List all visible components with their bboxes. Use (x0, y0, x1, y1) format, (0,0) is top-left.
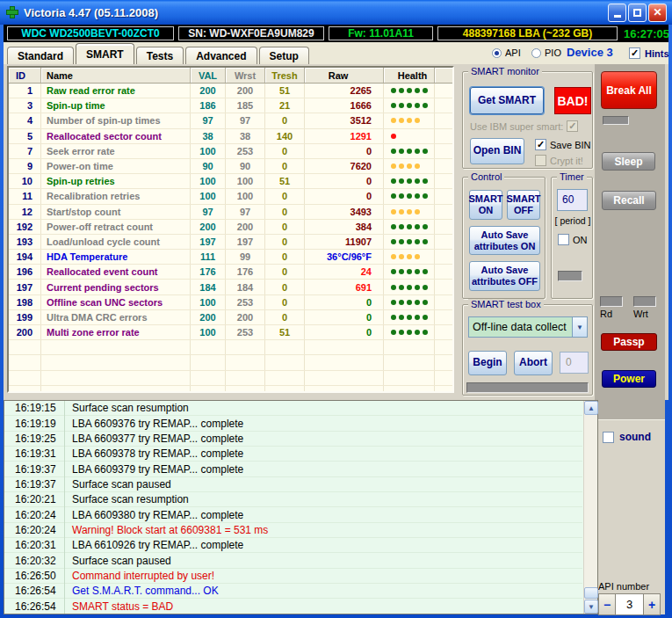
device-label: Device 3 (567, 46, 613, 59)
log-rows: 16:19:15Surface scan resumption16:19:19L… (4, 401, 582, 614)
health-dot (407, 118, 412, 123)
table-row[interactable]: 197Current pending sectors1841840691 (9, 280, 452, 294)
timer-led (558, 271, 582, 281)
empty-cell (41, 340, 191, 354)
attr-val: 186 (191, 98, 226, 113)
sidebar: Break All Sleep Recall Rd Wrt Passp Powe… (595, 64, 665, 614)
hints-option[interactable]: ✓ Hints (629, 47, 669, 59)
api-number-increment-button[interactable]: + (643, 593, 661, 615)
attr-wrst: 176 (226, 265, 265, 279)
test-select[interactable]: Off-line data collect ▼ (468, 316, 588, 338)
health-dot (407, 88, 412, 93)
pio-radio[interactable] (531, 48, 541, 58)
smart-monitor-group: SMART monitor Get SMART BAD! Use IBM sup… (462, 71, 593, 169)
scroll-up-icon[interactable]: ▲ (584, 401, 598, 415)
power-button[interactable]: Power (602, 370, 656, 388)
hints-checkbox[interactable]: ✓ (629, 47, 640, 59)
log-scrollbar[interactable]: ▲ ▼ (583, 401, 597, 614)
empty-cell (265, 386, 305, 391)
table-row[interactable]: 7Seek error rate10025300 (9, 144, 452, 159)
table-row[interactable]: 198Offline scan UNC sectors10025300 (9, 295, 452, 310)
health-dot (407, 164, 412, 169)
log-entry-time: 16:26:50 (4, 570, 64, 582)
health-dot (423, 193, 428, 199)
table-row[interactable]: 11Recalibration retries10010000 (9, 189, 452, 204)
api-mode-option[interactable]: API (492, 47, 521, 58)
table-row[interactable]: 192Power-off retract count2002000384 (9, 220, 452, 235)
recall-button[interactable]: Recall (602, 191, 656, 210)
timer-period-input[interactable]: 60 (557, 189, 588, 211)
timer-on-option[interactable]: ON (558, 234, 588, 245)
attr-health (384, 220, 435, 234)
tab-tests[interactable]: Tests (136, 47, 184, 64)
column-header-spare (435, 68, 452, 83)
tab-advanced[interactable]: Advanced (185, 47, 257, 64)
table-row[interactable]: 194HDA Temperature11199036°C/96°F (9, 250, 452, 265)
minimize-button[interactable] (608, 4, 626, 22)
api-radio[interactable] (492, 48, 502, 58)
attr-spare (435, 295, 452, 309)
health-dot (415, 269, 420, 274)
empty-cell (305, 371, 384, 385)
health-dot (399, 300, 404, 305)
test-progress-field[interactable]: 0 (560, 352, 589, 374)
attr-spare (435, 205, 452, 219)
close-button[interactable]: ✕ (648, 4, 667, 22)
attr-health (384, 113, 435, 127)
dropdown-arrow-icon[interactable]: ▼ (572, 317, 587, 337)
tab-standard[interactable]: Standard (7, 47, 74, 64)
scroll-down-icon[interactable]: ▼ (584, 600, 598, 614)
maximize-button[interactable] (628, 4, 647, 22)
attr-id: 12 (9, 205, 41, 219)
table-row[interactable]: 196Reallocated event count176176024 (9, 265, 452, 280)
tab-setup[interactable]: Setup (259, 47, 309, 64)
auto-save-on-button[interactable]: Auto Save attributes ON (469, 226, 540, 255)
timer-on-checkbox[interactable] (558, 234, 569, 245)
get-smart-button[interactable]: Get SMART (470, 87, 544, 114)
api-number-decrement-button[interactable]: − (598, 593, 616, 615)
table-row[interactable]: 4Number of spin-up times979703512 (9, 113, 452, 128)
empty-cell (265, 371, 305, 385)
smart-off-button[interactable]: SMART OFF (507, 190, 540, 220)
table-row[interactable]: 193Load/unload cycle count197197011907 (9, 235, 452, 250)
sound-checkbox[interactable] (603, 432, 614, 443)
begin-button[interactable]: Begin (468, 351, 507, 375)
pio-mode-option[interactable]: PIO (531, 47, 561, 58)
attr-val: 97 (191, 205, 226, 219)
password-button[interactable]: Passp (601, 333, 657, 351)
save-bin-option[interactable]: ✓ Save BIN (535, 139, 590, 150)
crypt-option: Crypt it! (535, 155, 583, 166)
table-row[interactable]: 10Spin-up retries100100510 (9, 174, 452, 189)
empty-cell (435, 386, 452, 391)
save-bin-checkbox[interactable]: ✓ (535, 139, 546, 150)
scrollbar-thumb[interactable] (584, 587, 598, 599)
health-dot (423, 330, 428, 335)
break-all-button[interactable]: Break All (601, 71, 657, 109)
smart-on-button[interactable]: SMART ON (469, 190, 502, 220)
table-row[interactable]: 12Start/stop count979703493 (9, 205, 452, 220)
health-dot (415, 164, 420, 169)
tab-smart[interactable]: SMART (76, 43, 134, 64)
table-row[interactable]: 200Multi zone error rate100253510 (9, 325, 452, 340)
table-row[interactable]: 199Ultra DMA CRC errors20020000 (9, 310, 452, 325)
sleep-button[interactable]: Sleep (602, 152, 655, 171)
sound-option[interactable]: sound (603, 431, 651, 443)
table-row[interactable]: 3Spin-up time186185211666 (9, 98, 452, 113)
tabs: StandardSMARTTestsAdvancedSetup (7, 43, 311, 64)
abort-button[interactable]: Abort (514, 351, 553, 375)
table-row[interactable]: 1Raw read error rate200200512265 (9, 84, 452, 98)
control-title: Control (468, 171, 504, 182)
health-dot (391, 118, 396, 123)
health-dot (415, 239, 420, 244)
attr-tresh: 140 (265, 129, 305, 143)
table-row[interactable]: 5Reallocated sector count38381401291 (9, 129, 452, 144)
attr-tresh: 0 (265, 189, 305, 203)
health-dot (391, 88, 396, 93)
health-dot (407, 300, 412, 305)
table-row[interactable]: 9Power-on time909007620 (9, 159, 452, 174)
open-bin-button[interactable]: Open BIN (470, 138, 524, 164)
health-dot (415, 330, 420, 335)
auto-save-off-button[interactable]: Auto Save attributes OFF (469, 261, 540, 291)
health-dot (423, 300, 428, 305)
attr-id: 196 (9, 265, 41, 279)
